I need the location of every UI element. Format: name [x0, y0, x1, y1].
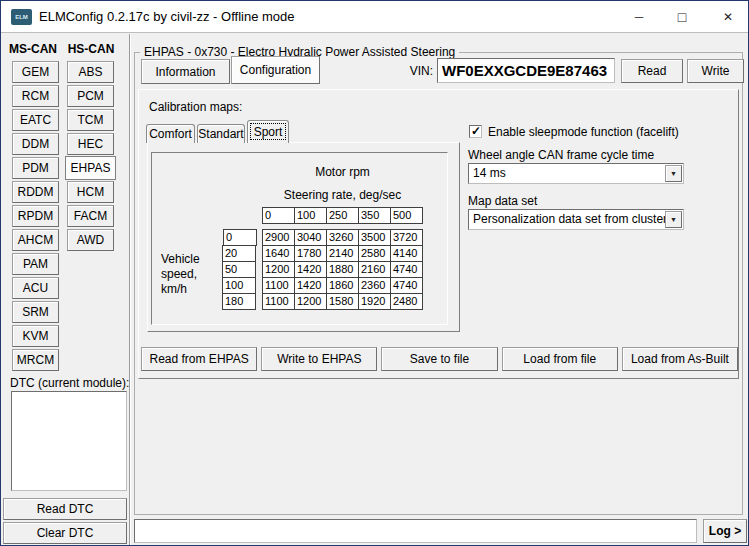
- rpm-cell[interactable]: 4140: [390, 245, 423, 262]
- vehicle-speed-cell[interactable]: 20: [222, 245, 256, 262]
- rpm-cell[interactable]: 1420: [294, 277, 327, 294]
- hs-can-header: HS-CAN: [65, 42, 117, 56]
- table-row: 2900 3040 3260 3500 3720: [262, 229, 423, 246]
- rpm-cell[interactable]: 1100: [262, 277, 295, 294]
- chevron-down-icon[interactable]: ▼: [670, 170, 677, 177]
- steering-rate-cell[interactable]: 0: [262, 207, 295, 224]
- sidebar-item-awd[interactable]: AWD: [67, 229, 114, 251]
- rpm-cell[interactable]: 1200: [294, 293, 327, 310]
- table-row: 1100 1200 1580 1920 2480: [262, 293, 423, 310]
- check-icon: ✓: [471, 124, 481, 138]
- rpm-cell[interactable]: 2580: [358, 245, 391, 262]
- load-from-file-button[interactable]: Load from file: [502, 347, 618, 371]
- sidebar-item-ddm[interactable]: DDM: [12, 133, 59, 155]
- sidebar-item-ehpas[interactable]: EHPAS: [65, 156, 116, 180]
- rpm-cell[interactable]: 1420: [294, 261, 327, 278]
- rpm-cell[interactable]: 1780: [294, 245, 327, 262]
- rpm-cell[interactable]: 3040: [294, 229, 327, 246]
- map-data-set-select[interactable]: Personalization data set from cluster ▼: [468, 209, 684, 230]
- cycle-time-label: Wheel angle CAN frame cycle time: [468, 148, 654, 162]
- title-bar: ELM ELMConfig 0.2.17c by civil-zz - Offl…: [1, 1, 748, 33]
- steering-rate-cell[interactable]: 350: [358, 207, 391, 224]
- rpm-cell[interactable]: 1200: [262, 261, 295, 278]
- sidebar-item-mrcm[interactable]: MRCM: [12, 349, 59, 371]
- sleepmode-checkbox[interactable]: ✓: [469, 125, 482, 138]
- sidebar-item-rpdm[interactable]: RPDM: [12, 205, 59, 227]
- cycle-time-select[interactable]: 14 ms ▼: [468, 163, 684, 184]
- rpm-cell[interactable]: 2900: [262, 229, 295, 246]
- motor-rpm-grid: 2900 3040 3260 3500 3720 1640 1780 2140 …: [262, 229, 423, 310]
- rpm-cell[interactable]: 1640: [262, 245, 295, 262]
- tab-standart[interactable]: Standart: [197, 124, 245, 143]
- app-window: ELM ELMConfig 0.2.17c by civil-zz - Offl…: [0, 0, 749, 546]
- rpm-cell[interactable]: 2480: [390, 293, 423, 310]
- table-row: 1640 1780 2140 2580 4140: [262, 245, 423, 262]
- vehicle-speed-label: Vehicle speed, km/h: [161, 252, 217, 297]
- rpm-cell[interactable]: 4740: [390, 277, 423, 294]
- rpm-cell[interactable]: 3720: [390, 229, 423, 246]
- sidebar-item-gem[interactable]: GEM: [12, 61, 59, 83]
- sidebar-item-rddm[interactable]: RDDM: [12, 181, 59, 203]
- action-button-row: Read from EHPAS Write to EHPAS Save to f…: [141, 347, 738, 371]
- tab-comfort[interactable]: Comfort: [146, 124, 195, 143]
- calibration-maps-label: Calibration maps:: [149, 100, 242, 114]
- tab-configuration[interactable]: Configuration: [231, 56, 320, 84]
- vin-read-button[interactable]: Read: [621, 59, 683, 83]
- tab-information[interactable]: Information: [141, 59, 230, 84]
- save-to-file-button[interactable]: Save to file: [381, 347, 497, 371]
- rpm-cell[interactable]: 1920: [358, 293, 391, 310]
- read-dtc-button[interactable]: Read DTC: [3, 498, 127, 520]
- sidebar-item-pcm[interactable]: PCM: [67, 85, 114, 107]
- close-icon[interactable]: ✕: [712, 7, 744, 27]
- sidebar-item-pam[interactable]: PAM: [12, 253, 59, 275]
- sidebar-item-kvm[interactable]: KVM: [12, 325, 59, 347]
- steering-rate-cell[interactable]: 250: [326, 207, 359, 224]
- vin-write-button[interactable]: Write: [687, 59, 744, 83]
- sidebar-item-abs[interactable]: ABS: [67, 61, 114, 83]
- tab-sport[interactable]: Sport: [247, 120, 289, 143]
- rpm-cell[interactable]: 3260: [326, 229, 359, 246]
- vin-input[interactable]: [437, 58, 615, 83]
- app-icon: ELM: [11, 9, 32, 25]
- sidebar-item-rcm[interactable]: RCM: [12, 85, 59, 107]
- rpm-cell[interactable]: 2160: [358, 261, 391, 278]
- sidebar-item-tcm[interactable]: TCM: [67, 109, 114, 131]
- sidebar-divider-highlight: [130, 34, 131, 545]
- rpm-cell[interactable]: 1100: [262, 293, 295, 310]
- log-button[interactable]: Log >: [703, 519, 747, 543]
- sidebar-item-ahcm[interactable]: AHCM: [12, 229, 59, 251]
- minimize-icon[interactable]: ─: [623, 7, 655, 27]
- sidebar-item-facm[interactable]: FACM: [67, 205, 114, 227]
- sidebar-item-hec[interactable]: HEC: [67, 133, 114, 155]
- vehicle-speed-cell[interactable]: 50: [222, 261, 256, 278]
- table-row: 1100 1420 1860 2360 4740: [262, 277, 423, 294]
- rpm-cell[interactable]: 3500: [358, 229, 391, 246]
- sidebar-item-eatc[interactable]: EATC: [12, 109, 59, 131]
- steering-rate-cell[interactable]: 500: [390, 207, 423, 224]
- rpm-cell[interactable]: 2360: [358, 277, 391, 294]
- chevron-down-icon[interactable]: ▼: [670, 216, 677, 223]
- sidebar-item-pdm[interactable]: PDM: [12, 157, 59, 179]
- dtc-listbox[interactable]: [11, 391, 127, 491]
- vehicle-speed-cell[interactable]: 100: [222, 277, 256, 294]
- load-from-as-built-button[interactable]: Load from As-Built: [622, 347, 738, 371]
- rpm-cell[interactable]: 1580: [326, 293, 359, 310]
- rpm-cell[interactable]: 1880: [326, 261, 359, 278]
- dtc-label: DTC (current module):: [10, 376, 129, 390]
- clear-dtc-button[interactable]: Clear DTC: [3, 522, 127, 544]
- steering-rate-cell[interactable]: 100: [294, 207, 327, 224]
- sidebar-item-hcm[interactable]: HCM: [67, 181, 114, 203]
- rpm-cell[interactable]: 4740: [390, 261, 423, 278]
- vin-label: VIN:: [401, 64, 433, 78]
- sidebar-item-acu[interactable]: ACU: [12, 277, 59, 299]
- log-input[interactable]: [134, 519, 697, 543]
- maximize-icon[interactable]: □: [666, 7, 698, 27]
- rpm-cell[interactable]: 2140: [326, 245, 359, 262]
- read-from-ehpas-button[interactable]: Read from EHPAS: [141, 347, 257, 371]
- sidebar-item-srm[interactable]: SRM: [12, 301, 59, 323]
- vehicle-speed-cell[interactable]: 180: [222, 293, 256, 310]
- map-data-set-label: Map data set: [468, 194, 537, 208]
- write-to-ehpas-button[interactable]: Write to EHPAS: [261, 347, 377, 371]
- rpm-cell[interactable]: 1860: [326, 277, 359, 294]
- vehicle-speed-cell[interactable]: 0: [223, 229, 257, 246]
